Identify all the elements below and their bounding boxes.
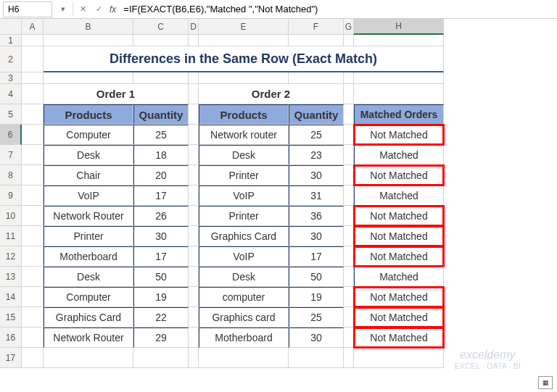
cell-match-15[interactable]: Not Matched <box>354 307 444 328</box>
cell-blank[interactable] <box>354 72 444 84</box>
cell-blank[interactable] <box>344 348 354 368</box>
cell-q1-14[interactable]: 19 <box>133 287 189 307</box>
cell-match-6[interactable]: Not Matched <box>354 125 444 145</box>
cell-q2-9[interactable]: 31 <box>289 185 344 206</box>
cell-p1-16[interactable]: Network Router <box>44 328 133 348</box>
cell-p2-6[interactable]: Network router <box>199 125 289 145</box>
col-header-C[interactable]: C <box>133 19 189 35</box>
cell-blank[interactable] <box>189 328 199 348</box>
cell-blank[interactable] <box>22 246 44 267</box>
cell-q1-8[interactable]: 20 <box>133 165 189 185</box>
cell-p2-7[interactable]: Desk <box>199 145 289 165</box>
row-header-5[interactable]: 5 <box>0 104 22 125</box>
cell-p1-8[interactable]: Chair <box>44 165 133 185</box>
col-header-H[interactable]: H <box>354 19 444 35</box>
cell-blank[interactable] <box>22 104 44 125</box>
cell-blank[interactable] <box>22 145 44 165</box>
cell-q1-12[interactable]: 17 <box>133 246 189 267</box>
cell-p2-15[interactable]: Graphics card <box>199 307 289 328</box>
cell-q1-7[interactable]: 18 <box>133 145 189 165</box>
cell-q2-14[interactable]: 19 <box>289 287 344 307</box>
row-header-3[interactable]: 3 <box>0 72 22 84</box>
col-header-F[interactable]: F <box>289 19 344 35</box>
row-header-16[interactable]: 16 <box>0 328 22 348</box>
cell-match-8[interactable]: Not Matched <box>354 165 444 185</box>
confirm-icon[interactable]: ✓ <box>91 4 107 14</box>
cell-blank[interactable] <box>189 125 199 145</box>
cell-blank[interactable] <box>22 46 44 72</box>
cell-blank[interactable] <box>344 165 354 185</box>
cell-blank[interactable] <box>344 246 354 267</box>
cell-blank[interactable] <box>189 267 199 287</box>
cell-blank[interactable] <box>189 246 199 267</box>
row-header-2[interactable]: 2 <box>0 46 22 72</box>
cell-q2-16[interactable]: 30 <box>289 328 344 348</box>
cell-blank[interactable] <box>344 328 354 348</box>
row-header-15[interactable]: 15 <box>0 307 22 328</box>
cell-blank[interactable] <box>189 104 199 125</box>
cell-blank[interactable] <box>189 348 199 368</box>
cell-blank[interactable] <box>344 287 354 307</box>
cell-blank[interactable] <box>133 72 189 84</box>
cell-blank[interactable] <box>189 307 199 328</box>
row-header-7[interactable]: 7 <box>0 145 22 165</box>
cell-blank[interactable] <box>344 185 354 206</box>
cell-blank[interactable] <box>189 145 199 165</box>
cell-p2-8[interactable]: Printer <box>199 165 289 185</box>
col-header-D[interactable]: D <box>189 19 199 35</box>
cell-blank[interactable] <box>199 72 289 84</box>
cell-p1-13[interactable]: Desk <box>44 267 133 287</box>
cell-blank[interactable] <box>22 185 44 206</box>
cell-q1-9[interactable]: 17 <box>133 185 189 206</box>
col-header-B[interactable]: B <box>44 19 133 35</box>
row-header-14[interactable]: 14 <box>0 287 22 307</box>
cell-blank[interactable] <box>199 35 289 46</box>
row-header-12[interactable]: 12 <box>0 246 22 267</box>
row-header-8[interactable]: 8 <box>0 165 22 185</box>
cell-blank[interactable] <box>189 206 199 226</box>
cell-blank[interactable] <box>344 84 354 104</box>
cell-match-9[interactable]: Matched <box>354 185 444 206</box>
cell-blank[interactable] <box>133 348 189 368</box>
cell-blank[interactable] <box>344 307 354 328</box>
cell-match-12[interactable]: Not Matched <box>354 246 444 267</box>
cell-blank[interactable] <box>189 165 199 185</box>
col-header-A[interactable]: A <box>22 19 44 35</box>
cell-blank[interactable] <box>22 287 44 307</box>
cell-q1-11[interactable]: 30 <box>133 226 189 246</box>
cell-blank[interactable] <box>344 206 354 226</box>
cell-blank[interactable] <box>354 348 444 368</box>
cell-blank[interactable] <box>22 72 44 84</box>
cell-blank[interactable] <box>344 267 354 287</box>
cell-blank[interactable] <box>22 307 44 328</box>
cell-blank[interactable] <box>344 35 354 46</box>
cell-q2-7[interactable]: 23 <box>289 145 344 165</box>
cell-blank[interactable] <box>344 104 354 125</box>
cell-blank[interactable] <box>44 35 133 46</box>
col-header-G[interactable]: G <box>344 19 354 35</box>
cell-q2-13[interactable]: 50 <box>289 267 344 287</box>
name-box-dropdown-icon[interactable]: ▾ <box>55 4 71 14</box>
row-header-13[interactable]: 13 <box>0 267 22 287</box>
cell-blank[interactable] <box>189 35 199 46</box>
cell-q1-16[interactable]: 29 <box>133 328 189 348</box>
cell-blank[interactable] <box>22 348 44 368</box>
cell-q1-15[interactable]: 22 <box>133 307 189 328</box>
cell-q2-15[interactable]: 25 <box>289 307 344 328</box>
row-header-1[interactable]: 1 <box>0 35 22 46</box>
cancel-icon[interactable]: ✕ <box>75 4 91 14</box>
cell-q1-13[interactable]: 50 <box>133 267 189 287</box>
row-header-17[interactable]: 17 <box>0 348 22 368</box>
cell-p2-12[interactable]: VoIP <box>199 246 289 267</box>
cell-blank[interactable] <box>22 206 44 226</box>
cell-blank[interactable] <box>289 72 344 84</box>
select-all-corner[interactable] <box>0 19 22 35</box>
cell-p2-13[interactable]: Desk <box>199 267 289 287</box>
cell-blank[interactable] <box>22 125 44 145</box>
cell-q2-6[interactable]: 25 <box>289 125 344 145</box>
row-header-10[interactable]: 10 <box>0 206 22 226</box>
cell-blank[interactable] <box>344 226 354 246</box>
cell-blank[interactable] <box>189 84 199 104</box>
cell-blank[interactable] <box>199 348 289 368</box>
cell-blank[interactable] <box>344 125 354 145</box>
